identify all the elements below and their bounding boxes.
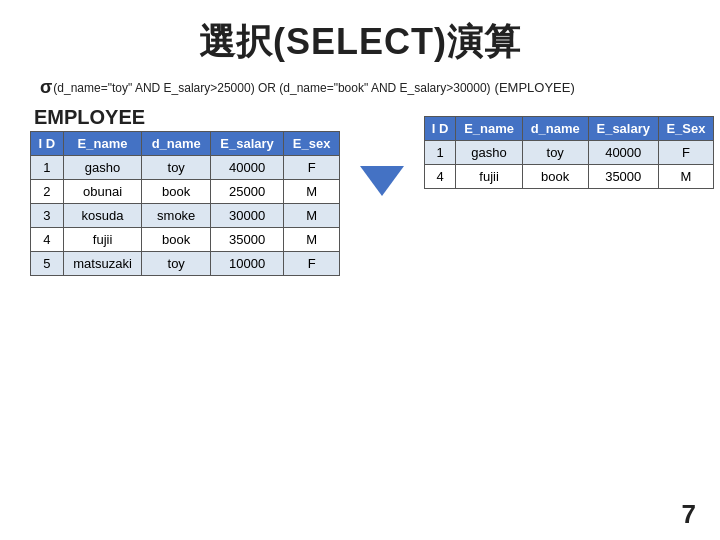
- table-cell: toy: [522, 141, 588, 165]
- arrow-icon: [360, 166, 404, 196]
- right-table-header: E_salary: [588, 117, 658, 141]
- right-table: I DE_named_nameE_salaryE_Sex 1gashotoy40…: [424, 116, 714, 189]
- table-row: 4fujiibook35000M: [31, 228, 340, 252]
- table-cell: 35000: [588, 165, 658, 189]
- table-cell: F: [284, 252, 340, 276]
- table-cell: 35000: [210, 228, 283, 252]
- table-cell: F: [658, 141, 713, 165]
- table-cell: toy: [142, 252, 210, 276]
- table-row: 1gashotoy40000F: [425, 141, 714, 165]
- table-row: 1gashotoy40000F: [31, 156, 340, 180]
- right-table-header: E_name: [456, 117, 523, 141]
- table-cell: M: [284, 228, 340, 252]
- table-cell: 2: [31, 180, 64, 204]
- left-table-header: E_sex: [284, 132, 340, 156]
- table-cell: M: [658, 165, 713, 189]
- table-cell: 1: [31, 156, 64, 180]
- table-cell: 10000: [210, 252, 283, 276]
- sigma-symbol: σ: [40, 77, 52, 98]
- left-table-header: I D: [31, 132, 64, 156]
- table-cell: 25000: [210, 180, 283, 204]
- table-cell: gasho: [63, 156, 142, 180]
- table-cell: 40000: [588, 141, 658, 165]
- arrow-section: [350, 106, 414, 196]
- table-row: 4fujiibook35000M: [425, 165, 714, 189]
- table-cell: M: [284, 180, 340, 204]
- left-table-header: E_salary: [210, 132, 283, 156]
- employee-title: EMPLOYEE: [30, 106, 340, 129]
- table-cell: book: [142, 228, 210, 252]
- table-cell: 3: [31, 204, 64, 228]
- table-cell: F: [284, 156, 340, 180]
- table-cell: book: [522, 165, 588, 189]
- page-number: 7: [682, 499, 696, 530]
- table-cell: 5: [31, 252, 64, 276]
- sigma-subscript: (d_name="toy" AND E_salary>25000) OR (d_…: [53, 81, 490, 95]
- table-cell: gasho: [456, 141, 523, 165]
- table-cell: M: [284, 204, 340, 228]
- left-table-header: d_name: [142, 132, 210, 156]
- right-table-header: E_Sex: [658, 117, 713, 141]
- table-cell: kosuda: [63, 204, 142, 228]
- table-cell: 40000: [210, 156, 283, 180]
- table-cell: fujii: [456, 165, 523, 189]
- table-cell: 4: [31, 228, 64, 252]
- table-row: 5matsuzakitoy10000F: [31, 252, 340, 276]
- table-cell: matsuzaki: [63, 252, 142, 276]
- left-table-header: E_name: [63, 132, 142, 156]
- right-section: I DE_named_nameE_salaryE_Sex 1gashotoy40…: [424, 106, 714, 189]
- table-cell: smoke: [142, 204, 210, 228]
- sigma-operand: (EMPLOYEE): [495, 80, 575, 95]
- table-row: 2obunaibook25000M: [31, 180, 340, 204]
- table-cell: obunai: [63, 180, 142, 204]
- right-table-header: I D: [425, 117, 456, 141]
- right-table-header: d_name: [522, 117, 588, 141]
- left-table: I DE_named_nameE_salaryE_sex 1gashotoy40…: [30, 131, 340, 276]
- page-title: 選択(SELECT)演算: [0, 0, 720, 77]
- table-cell: book: [142, 180, 210, 204]
- table-cell: fujii: [63, 228, 142, 252]
- table-cell: toy: [142, 156, 210, 180]
- table-cell: 30000: [210, 204, 283, 228]
- left-section: EMPLOYEE I DE_named_nameE_salaryE_sex 1g…: [30, 106, 340, 276]
- table-row: 3kosudasmoke30000M: [31, 204, 340, 228]
- table-cell: 4: [425, 165, 456, 189]
- table-cell: 1: [425, 141, 456, 165]
